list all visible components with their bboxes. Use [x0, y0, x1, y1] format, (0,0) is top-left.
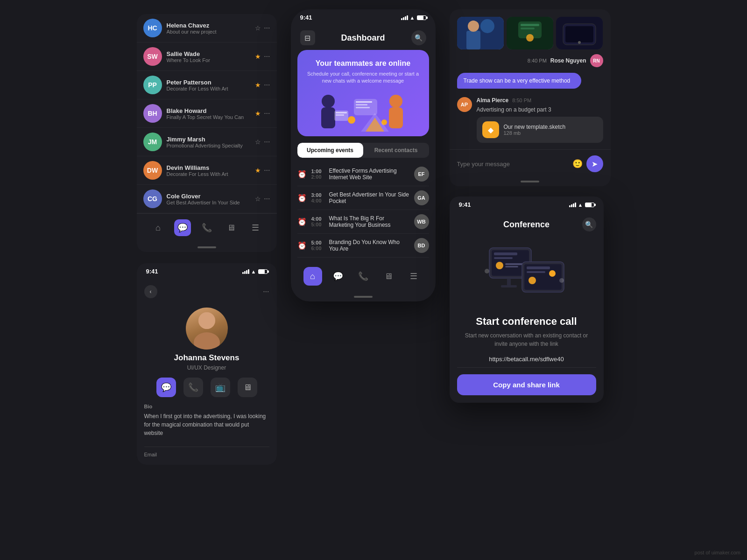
dash-nav-screen[interactable]: 🖥: [379, 267, 398, 286]
contacts-panel: HC Helena Chavez About our new project ☆…: [137, 14, 277, 252]
profile-call-btn[interactable]: 📞: [183, 378, 203, 397]
profile-name: Johanna Stevens: [137, 353, 277, 363]
avatar-illustration: [186, 308, 228, 350]
profile-video-btn[interactable]: 📺: [211, 378, 230, 397]
chat-photo-2: [507, 17, 553, 49]
bio-text: When I first got into the advertising, I…: [144, 412, 269, 437]
back-button[interactable]: ‹: [144, 285, 157, 298]
profile-chat-btn[interactable]: 💬: [156, 378, 176, 397]
event-item[interactable]: ⏰ 4:00 5:00 What Is The Big R For Market…: [297, 210, 429, 234]
message-input[interactable]: [457, 161, 569, 168]
star-icon[interactable]: ★: [255, 53, 261, 60]
contact-item[interactable]: DW Devin Williams Decorate For Less With…: [137, 156, 277, 185]
nav-home-btn[interactable]: ⌂: [150, 219, 167, 236]
watermark: post of uimaker.com: [695, 550, 740, 555]
signal-icon: [242, 269, 249, 274]
profile-divider: [144, 447, 269, 447]
clock-icon: ⏰: [297, 194, 307, 203]
nav-screen-btn[interactable]: 🖥: [223, 219, 240, 236]
more-options-icon[interactable]: ···: [264, 166, 270, 175]
contact-item[interactable]: HC Helena Chavez About our new project ☆…: [137, 14, 277, 42]
chat-photo-1: [457, 17, 504, 49]
contact-item[interactable]: SW Sallie Wade Where To Look For ★ ···: [137, 42, 277, 71]
profile-role: UI/UX Designer: [137, 364, 277, 371]
copy-share-link-button[interactable]: Copy and share link: [457, 374, 596, 395]
dash-nav-call[interactable]: 📞: [354, 267, 373, 286]
svg-rect-24: [521, 24, 539, 26]
dash-nav-chat[interactable]: 💬: [329, 267, 347, 286]
more-options-icon[interactable]: ···: [264, 52, 270, 61]
nav-call-btn[interactable]: 📞: [198, 219, 215, 236]
chat-panel: 8:40 PM Rose Nguyen RN Trade show can be…: [450, 9, 611, 186]
contact-item[interactable]: JM Jimmy Marsh Promotional Advertising S…: [137, 128, 277, 156]
contact-avatar: SW: [143, 47, 162, 66]
contact-message: Promotional Advertising Specialty: [167, 143, 251, 148]
dash-nav-home[interactable]: ⌂: [303, 267, 322, 286]
chat-message-2: AP Alma Pierce 8:50 PM Advertising on a …: [450, 93, 611, 149]
profile-avatar: [186, 308, 228, 350]
nav-chat-btn[interactable]: 💬: [174, 219, 191, 236]
more-options-icon[interactable]: ···: [264, 138, 270, 146]
contact-message: About our new project: [167, 29, 251, 35]
chat-bubble-row: Trade show can be a very effective metho…: [450, 71, 611, 93]
svg-point-19: [480, 19, 494, 33]
contact-name: Peter Patterson: [167, 79, 251, 86]
star-icon[interactable]: ★: [255, 110, 261, 117]
contact-list: HC Helena Chavez About our new project ☆…: [137, 14, 277, 213]
star-icon[interactable]: ☆: [255, 195, 261, 203]
filter-button[interactable]: ⊟: [300, 30, 315, 45]
more-options-icon[interactable]: ···: [264, 81, 270, 89]
tab-upcoming-events[interactable]: Upcoming events: [297, 143, 363, 158]
dash-nav-menu[interactable]: ☰: [404, 267, 423, 286]
star-icon[interactable]: ☆: [255, 138, 261, 146]
svg-point-45: [549, 270, 556, 277]
svg-rect-6: [336, 112, 347, 113]
svg-rect-33: [494, 252, 517, 255]
contact-name: Jimmy Marsh: [167, 136, 251, 143]
profile-panel: 9:41 ▲ ‹ ···: [137, 263, 277, 465]
contact-item[interactable]: BH Blake Howard Finally A Top Secret Way…: [137, 99, 277, 128]
event-item[interactable]: ⏰ 1:00 2:00 Effective Forms Advertising …: [297, 162, 429, 186]
more-options-button[interactable]: ···: [263, 287, 269, 296]
contact-item[interactable]: CG Cole Glover Get Best Advertiser In Yo…: [137, 185, 277, 213]
svg-point-14: [348, 116, 355, 124]
chat-input-row: 🙂 ➤: [450, 149, 611, 177]
email-label: Email: [144, 452, 269, 457]
file-size: 128 mb: [504, 130, 598, 136]
profile-status-bar: 9:41 ▲: [137, 263, 277, 278]
svg-rect-40: [527, 266, 550, 269]
svg-rect-9: [389, 107, 403, 128]
star-icon[interactable]: ★: [255, 167, 261, 174]
battery-icon: [417, 15, 426, 20]
event-item[interactable]: ⏰ 3:00 4:00 Get Best Advertiser In Your …: [297, 186, 429, 210]
more-options-icon[interactable]: ···: [264, 24, 270, 32]
conference-illustration: [450, 236, 604, 315]
chat-meta-row: 8:40 PM Rose Nguyen RN: [450, 54, 611, 71]
conference-cta-title: Start conference call: [450, 315, 604, 331]
chat-msg2-avatar: AP: [457, 97, 472, 112]
chat-msg2-text: Advertising on a budget part 3: [477, 106, 603, 113]
tab-recent-contacts[interactable]: Recent contacts: [363, 143, 429, 158]
contacts-bottom-nav: ⌂ 💬 📞 🖥 ☰: [137, 213, 277, 243]
star-icon[interactable]: ★: [255, 81, 261, 89]
contact-message: Decorate For Less With Art: [167, 171, 251, 177]
contact-message: Finally A Top Secret Way You Can: [167, 114, 251, 120]
svg-rect-4: [321, 107, 335, 128]
profile-time: 9:41: [146, 268, 158, 275]
star-icon[interactable]: ☆: [255, 24, 261, 32]
svg-rect-37: [505, 266, 518, 267]
file-attachment[interactable]: ◆ Our new template.sketch 128 mb: [477, 117, 603, 143]
svg-rect-34: [494, 257, 513, 259]
svg-rect-13: [356, 107, 370, 108]
contact-item[interactable]: PP Peter Patterson Decorate For Less Wit…: [137, 71, 277, 99]
nav-menu-btn[interactable]: ☰: [247, 219, 264, 236]
event-item[interactable]: ⏰ 5:00 6:00 Branding Do You Know Who You…: [297, 234, 429, 258]
search-button[interactable]: 🔍: [411, 30, 426, 45]
emoji-button[interactable]: 🙂: [572, 159, 583, 169]
more-options-icon[interactable]: ···: [264, 195, 270, 203]
svg-point-1: [194, 332, 220, 350]
conference-search-button[interactable]: 🔍: [582, 217, 596, 231]
more-options-icon[interactable]: ···: [264, 109, 270, 118]
profile-screen-btn[interactable]: 🖥: [238, 378, 257, 397]
send-button[interactable]: ➤: [586, 155, 603, 172]
